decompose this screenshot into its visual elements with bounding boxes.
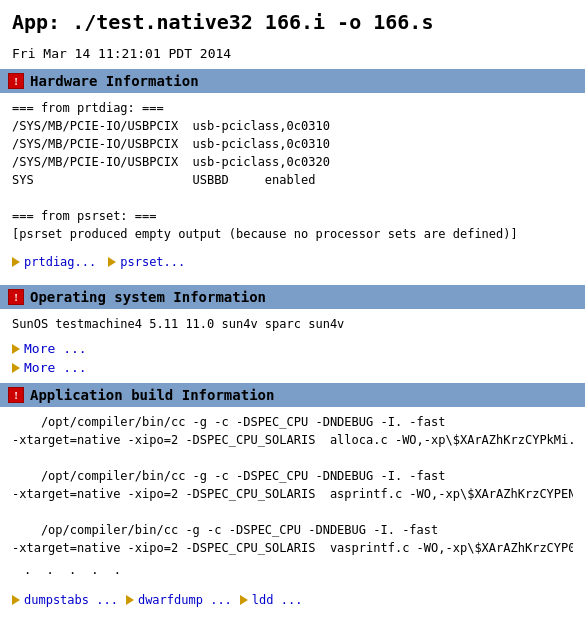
hardware-link-prtdiag[interactable]: prtdiag... (12, 253, 96, 271)
psrset-link[interactable]: psrset... (120, 253, 185, 271)
build-error-icon: ! (8, 387, 24, 403)
build-section-content: /opt/compiler/bin/cc -g -c -DSPEC_CPU -D… (0, 407, 585, 618)
os-content-text: SunOS testmachine4 5.11 11.0 sun4v sparc… (12, 315, 573, 333)
dumpstabs-arrow-icon (12, 595, 20, 605)
ldd-link[interactable]: ldd ... (252, 591, 303, 609)
os-section-title: Operating system Information (30, 289, 266, 305)
build-section-title: Application build Information (30, 387, 274, 403)
os-error-icon: ! (8, 289, 24, 305)
app-title: App: ./test.native32 166.i -o 166.s (0, 0, 585, 42)
timestamp: Fri Mar 14 11:21:01 PDT 2014 (0, 42, 585, 69)
dwarfdump-link[interactable]: dwarfdump ... (138, 591, 232, 609)
os-more-link-1[interactable]: More ... (24, 341, 87, 356)
hardware-section-content: === from prtdiag: === /SYS/MB/PCIE-IO/US… (0, 93, 585, 285)
prtdiag-arrow-icon (12, 257, 20, 267)
build-link-ldd[interactable]: ldd ... (240, 591, 303, 609)
hardware-section-title: Hardware Information (30, 73, 199, 89)
build-dots: . . . . . (12, 557, 573, 583)
build-code-block: /opt/compiler/bin/cc -g -c -DSPEC_CPU -D… (12, 413, 573, 557)
os-section-header: ! Operating system Information (0, 285, 585, 309)
prtdiag-link[interactable]: prtdiag... (24, 253, 96, 271)
build-link-dwarfdump[interactable]: dwarfdump ... (126, 591, 232, 609)
more1-arrow-icon (12, 344, 20, 354)
os-more-row-2: More ... (0, 358, 585, 377)
hardware-code-block: === from prtdiag: === /SYS/MB/PCIE-IO/US… (12, 99, 573, 243)
build-link-dumpstabs[interactable]: dumpstabs ... (12, 591, 118, 609)
hardware-error-icon: ! (8, 73, 24, 89)
os-section-content: SunOS testmachine4 5.11 11.0 sun4v sparc… (0, 309, 585, 339)
hardware-link-psrset[interactable]: psrset... (108, 253, 185, 271)
hardware-links-row: prtdiag... psrset... (12, 249, 573, 279)
dumpstabs-link[interactable]: dumpstabs ... (24, 591, 118, 609)
more2-arrow-icon (12, 363, 20, 373)
ldd-arrow-icon (240, 595, 248, 605)
psrset-arrow-icon (108, 257, 116, 267)
build-section-header: ! Application build Information (0, 383, 585, 407)
build-links-row: dumpstabs ... dwarfdump ... ldd ... (12, 587, 573, 617)
os-more-row-1: More ... (0, 339, 585, 358)
hardware-section-header: ! Hardware Information (0, 69, 585, 93)
os-more-link-2[interactable]: More ... (24, 360, 87, 375)
dwarfdump-arrow-icon (126, 595, 134, 605)
